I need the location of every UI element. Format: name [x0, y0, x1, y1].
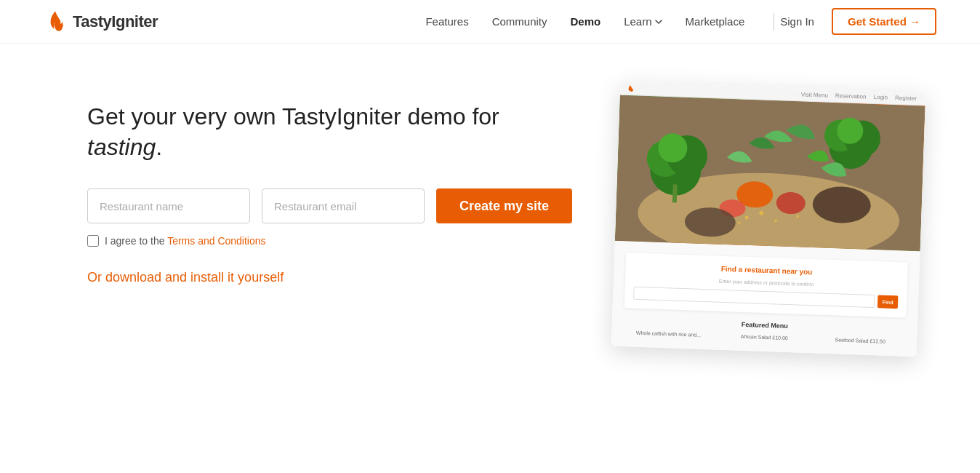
demo-search-row: Find [633, 287, 898, 309]
restaurant-name-input[interactable] [87, 188, 250, 223]
food-illustration [615, 95, 925, 252]
terms-row: I agree to the Terms and Conditions [87, 235, 572, 247]
hero-heading: Get your very own TastyIgniter demo for … [87, 102, 572, 162]
nav-demo[interactable]: Demo [571, 15, 601, 28]
demo-menu-item-3: Seafood Salad £12.50 [815, 336, 905, 344]
nav-community[interactable]: Community [492, 15, 547, 28]
demo-preview-card: Visit Menu Reservation Login Register [611, 82, 925, 357]
demo-menu-item-2: African Salad £10.00 [719, 333, 809, 341]
get-started-button[interactable]: Get Started → [832, 8, 936, 35]
header: TastyIgniter Features Community Demo Lea… [0, 0, 980, 44]
brand-name: TastyIgniter [73, 12, 158, 31]
hero-section: Get your very own TastyIgniter demo for … [87, 102, 572, 285]
demo-food-image [615, 95, 925, 252]
demo-search-input [633, 287, 875, 309]
main-nav: Features Community Demo Learn Marketplac… [425, 15, 744, 28]
demo-flame-icon [627, 84, 633, 92]
terms-text: I agree to the Terms and Conditions [105, 235, 266, 247]
create-site-button[interactable]: Create my site [436, 188, 572, 223]
main-content: Get your very own TastyIgniter demo for … [0, 44, 980, 395]
sign-in-link[interactable]: Sign In [780, 15, 814, 28]
flame-icon [44, 10, 67, 33]
demo-search-button: Find [877, 295, 899, 309]
restaurant-email-input[interactable] [262, 188, 425, 223]
nav-learn[interactable]: Learn [624, 15, 662, 28]
demo-body: Find a restaurant near you Enter your ad… [611, 241, 920, 357]
terms-checkbox[interactable] [87, 235, 99, 247]
logo-link[interactable]: TastyIgniter [44, 10, 158, 33]
demo-menu-item-1: Whole catfish with rice and... [623, 330, 713, 338]
demo-preview-section: Visit Menu Reservation Login Register [616, 87, 921, 351]
chevron-down-icon [655, 20, 662, 24]
svg-rect-6 [672, 184, 678, 202]
download-link[interactable]: Or download and install it yourself [87, 270, 284, 285]
demo-find-section: Find a restaurant near you Enter your ad… [624, 253, 908, 317]
nav-divider [774, 13, 774, 31]
nav-marketplace[interactable]: Marketplace [686, 15, 745, 28]
signup-form-row: Create my site [87, 188, 572, 223]
nav-features[interactable]: Features [425, 15, 468, 28]
terms-link[interactable]: Terms and Conditions [167, 235, 265, 247]
